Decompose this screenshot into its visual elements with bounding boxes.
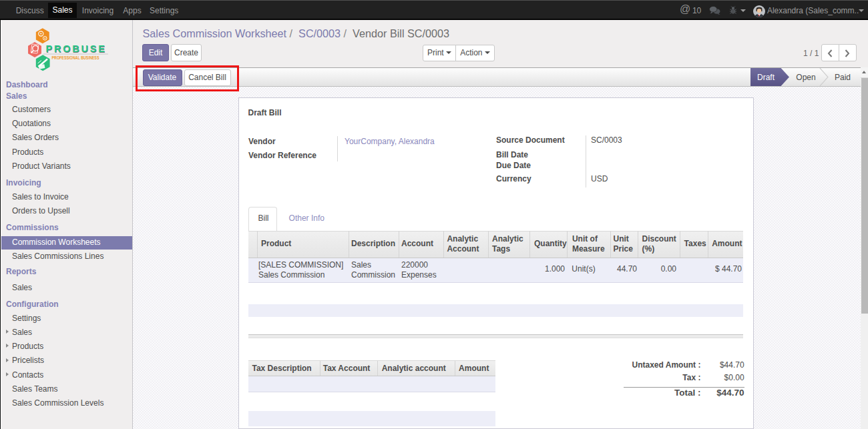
svg-text:Paid: Paid: [835, 73, 851, 82]
svg-text:Open: Open: [796, 73, 815, 82]
svg-text:Draft: Draft: [757, 73, 775, 82]
svg-text:PROBUSE: PROBUSE: [46, 43, 107, 54]
svg-text:PROFESSIONAL BUSINESS: PROFESSIONAL BUSINESS: [52, 55, 100, 60]
